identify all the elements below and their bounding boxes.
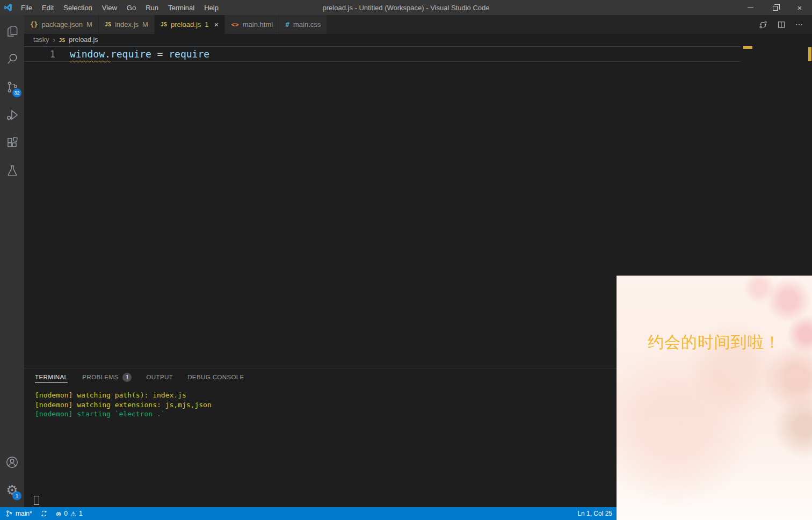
branch-icon <box>5 510 13 517</box>
css-file-icon: # <box>285 20 289 28</box>
overlay-message: 约会的时间到啦！ <box>617 331 812 353</box>
json-file-icon: {} <box>30 21 38 28</box>
files-icon <box>5 24 19 38</box>
account-icon <box>5 455 19 470</box>
extensions-icon <box>5 136 19 150</box>
menu-item-view[interactable]: View <box>97 4 122 12</box>
panel-tab-label: PROBLEMS <box>82 374 118 380</box>
search-icon <box>5 52 19 66</box>
overview-warning-marker <box>808 47 811 61</box>
window-title: preload.js - Untitled (Workspace) - Visu… <box>323 4 490 12</box>
menu-item-go[interactable]: Go <box>122 4 141 12</box>
vscode-logo-icon <box>0 3 16 12</box>
tab-label: index.js <box>115 20 139 28</box>
sync-status[interactable] <box>40 510 48 517</box>
git-branch-status[interactable]: main* <box>5 510 32 517</box>
run-debug-icon <box>5 108 19 122</box>
tab-main-html[interactable]: <> main.html <box>225 15 279 34</box>
code-text: window.require = require <box>70 48 209 60</box>
panel-tab-label: TERMINAL <box>35 374 68 380</box>
js-file-icon: JS <box>161 21 167 27</box>
error-count: 0 <box>64 510 68 517</box>
restore-button[interactable] <box>763 0 787 15</box>
source-control-badge: 32 <box>12 89 21 97</box>
close-tab-button[interactable]: × <box>214 20 219 29</box>
panel-tab-problems[interactable]: PROBLEMS 1 <box>82 369 132 386</box>
minimize-button[interactable] <box>738 0 763 15</box>
warning-count: 1 <box>79 510 83 517</box>
git-modified-badge: M <box>142 20 148 28</box>
sidebar-item-settings[interactable]: ⚙ 1 <box>0 476 24 504</box>
problems-status[interactable]: ⊗ 0 ⚠ 1 <box>56 510 83 518</box>
tab-label: main.css <box>293 20 321 28</box>
js-file-icon: JS <box>59 37 65 43</box>
menu-item-help[interactable]: Help <box>199 4 223 12</box>
branch-name: main* <box>16 510 32 517</box>
cursor-position[interactable]: Ln 1, Col 25 <box>577 510 612 517</box>
warning-icon: ⚠ <box>70 510 76 518</box>
panel-tab-label: OUTPUT <box>146 374 173 380</box>
close-button[interactable]: × <box>787 0 812 15</box>
split-editor-icon[interactable] <box>777 20 786 29</box>
menu-item-run[interactable]: Run <box>141 4 163 12</box>
code-line-1[interactable]: 1 window.require = require <box>24 46 209 62</box>
chevron-right-icon: › <box>53 35 55 44</box>
menu-item-terminal[interactable]: Terminal <box>163 4 199 12</box>
tab-label: package.json <box>41 20 83 28</box>
breadcrumb: tasky › JS preload.js <box>24 34 812 46</box>
panel-tab-output[interactable]: OUTPUT <box>146 369 173 386</box>
sidebar-item-run-debug[interactable] <box>0 101 24 129</box>
line-number: 1 <box>24 49 55 60</box>
tab-label: main.html <box>243 20 273 28</box>
sidebar-item-testing[interactable] <box>0 157 24 185</box>
overlay-app-window: 约会的时间到啦！ <box>617 276 812 520</box>
activity-bar-bottom: ⚙ 1 <box>0 448 24 507</box>
sidebar-item-extensions[interactable] <box>0 129 24 157</box>
breadcrumb-folder[interactable]: tasky <box>33 36 49 44</box>
settings-badge: 1 <box>12 492 21 500</box>
panel-tab-debug-console[interactable]: DEBUG CONSOLE <box>187 369 244 386</box>
menu-bar: File Edit Selection View Go Run Terminal… <box>16 0 223 15</box>
tab-bar: {} package.json M JS index.js M JS prelo… <box>24 15 812 34</box>
error-icon: ⊗ <box>56 510 61 518</box>
minimap-line-marker <box>743 46 752 49</box>
warning-squiggle: window. <box>70 48 111 60</box>
menu-item-selection[interactable]: Selection <box>59 4 97 12</box>
restore-icon <box>773 6 778 11</box>
more-actions-icon[interactable] <box>795 20 803 29</box>
tab-index-js[interactable]: JS index.js M <box>99 15 155 34</box>
git-modified-badge: M <box>86 20 92 28</box>
menu-item-file[interactable]: File <box>16 4 37 12</box>
tab-package-json[interactable]: {} package.json M <box>24 15 99 34</box>
sidebar-item-accounts[interactable] <box>0 448 24 476</box>
sync-icon <box>40 510 48 517</box>
sidebar-item-source-control[interactable]: 32 <box>0 73 24 101</box>
tab-preload-js[interactable]: JS preload.js 1 × <box>155 15 225 34</box>
js-file-icon: JS <box>105 21 111 27</box>
title-bar: File Edit Selection View Go Run Terminal… <box>0 0 812 15</box>
minimize-icon <box>748 8 753 8</box>
panel-tab-terminal[interactable]: TERMINAL <box>35 369 68 386</box>
activity-bar: 32 ⚙ 1 <box>0 15 24 507</box>
panel-tab-label: DEBUG CONSOLE <box>187 374 244 380</box>
sidebar-item-explorer[interactable] <box>0 17 24 45</box>
problems-badge: 1 <box>122 373 132 382</box>
open-changes-icon[interactable] <box>758 20 768 30</box>
editor-actions <box>758 15 812 34</box>
window-controls: × <box>738 0 812 15</box>
breadcrumb-file[interactable]: preload.js <box>69 36 98 44</box>
terminal-cursor <box>34 496 39 505</box>
html-file-icon: <> <box>231 21 238 28</box>
problems-count-badge: 1 <box>205 20 208 28</box>
sidebar-item-search[interactable] <box>0 45 24 73</box>
flask-icon <box>5 164 19 178</box>
tab-main-css[interactable]: # main.css <box>279 15 327 34</box>
tab-label: preload.js <box>171 20 201 28</box>
menu-item-edit[interactable]: Edit <box>37 4 59 12</box>
